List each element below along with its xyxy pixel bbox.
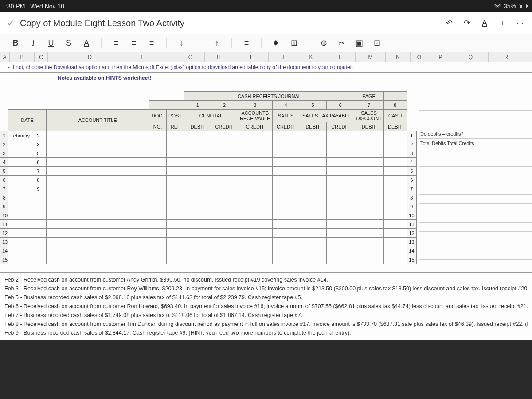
cell[interactable] xyxy=(272,193,299,202)
cell[interactable] xyxy=(47,211,149,220)
cell[interactable] xyxy=(354,167,383,176)
cell-day[interactable]: 7 xyxy=(35,167,47,176)
cell[interactable] xyxy=(47,193,149,202)
cell[interactable] xyxy=(47,158,149,167)
bold-button[interactable]: B xyxy=(11,39,20,48)
cell[interactable] xyxy=(47,167,149,176)
cell[interactable] xyxy=(211,176,238,184)
cell[interactable] xyxy=(272,238,299,246)
cell-day[interactable]: 8 xyxy=(35,176,47,184)
strike-button[interactable]: S xyxy=(64,39,74,48)
cell[interactable] xyxy=(299,202,327,211)
cell[interactable] xyxy=(167,176,184,184)
cell[interactable] xyxy=(238,220,272,229)
cell[interactable] xyxy=(149,149,167,158)
col-A[interactable]: A xyxy=(0,52,10,62)
cell[interactable] xyxy=(167,140,184,149)
cell[interactable] xyxy=(327,184,354,193)
cell[interactable] xyxy=(167,246,184,255)
cell[interactable] xyxy=(167,211,184,220)
cell-date[interactable] xyxy=(8,184,35,193)
cell[interactable] xyxy=(47,140,149,149)
cell[interactable] xyxy=(299,220,327,229)
cell-day[interactable] xyxy=(35,246,47,255)
cell[interactable] xyxy=(184,202,211,211)
table-row[interactable]: 99 xyxy=(0,202,417,211)
cell[interactable] xyxy=(47,149,149,158)
cell[interactable] xyxy=(383,176,407,184)
cell[interactable] xyxy=(184,211,211,220)
cell[interactable] xyxy=(383,211,407,220)
cell[interactable] xyxy=(327,246,354,255)
table-row[interactable]: 686 xyxy=(0,176,417,184)
cell[interactable] xyxy=(354,211,383,220)
cell[interactable] xyxy=(211,220,238,229)
cell-day[interactable] xyxy=(35,193,47,202)
wrap-button[interactable]: ≡ xyxy=(242,39,251,48)
cell[interactable] xyxy=(383,238,407,246)
underline-button[interactable]: U xyxy=(46,39,56,48)
column-headers[interactable]: A B C D E F G H I J K L M N O P Q R xyxy=(0,52,532,62)
cell[interactable] xyxy=(383,140,407,149)
cell[interactable] xyxy=(149,229,167,238)
cell-date[interactable] xyxy=(8,176,35,184)
cell[interactable] xyxy=(211,246,238,255)
cell[interactable] xyxy=(272,211,299,220)
cell[interactable] xyxy=(167,193,184,202)
cell[interactable] xyxy=(149,202,167,211)
table-row[interactable]: 575 xyxy=(0,167,417,176)
cell[interactable] xyxy=(299,149,327,158)
cell-day[interactable] xyxy=(35,229,47,238)
col-N[interactable]: N xyxy=(386,52,411,62)
cell[interactable] xyxy=(167,202,184,211)
cell[interactable] xyxy=(299,176,327,184)
cell[interactable] xyxy=(299,246,327,255)
cell[interactable] xyxy=(299,255,327,264)
cell[interactable] xyxy=(383,255,407,264)
cell[interactable] xyxy=(272,167,299,176)
cell[interactable] xyxy=(184,167,211,176)
cell[interactable] xyxy=(272,149,299,158)
cell[interactable] xyxy=(383,246,407,255)
italic-button[interactable]: I xyxy=(28,39,38,48)
cell[interactable] xyxy=(167,149,184,158)
col-F[interactable]: F xyxy=(154,52,176,62)
cell-day[interactable] xyxy=(35,255,47,264)
cell[interactable] xyxy=(383,202,407,211)
table-row[interactable]: 1212 xyxy=(0,229,417,238)
cell[interactable] xyxy=(238,131,272,140)
col-K[interactable]: K xyxy=(297,52,325,62)
cell[interactable] xyxy=(184,158,211,167)
table-row[interactable]: 88 xyxy=(0,193,417,202)
cell[interactable] xyxy=(238,193,272,202)
cell[interactable] xyxy=(167,131,184,140)
cell[interactable] xyxy=(149,246,167,255)
cell-date[interactable] xyxy=(8,229,35,238)
col-O[interactable]: O xyxy=(411,52,428,62)
cell[interactable] xyxy=(149,193,167,202)
cell[interactable] xyxy=(47,220,149,229)
table-row[interactable]: 1414 xyxy=(0,246,417,255)
table-row[interactable]: 232 xyxy=(0,140,417,149)
cell[interactable] xyxy=(354,193,383,202)
cell[interactable] xyxy=(354,255,383,264)
cell[interactable] xyxy=(299,140,327,149)
cell[interactable] xyxy=(383,193,407,202)
cell[interactable] xyxy=(149,167,167,176)
cell[interactable] xyxy=(238,149,272,158)
cell[interactable] xyxy=(354,149,383,158)
cell[interactable] xyxy=(149,220,167,229)
cell[interactable] xyxy=(238,202,272,211)
cell[interactable] xyxy=(211,211,238,220)
cell[interactable] xyxy=(238,211,272,220)
cell[interactable] xyxy=(211,140,238,149)
align-center-button[interactable]: ≡ xyxy=(129,39,139,48)
cell[interactable] xyxy=(167,220,184,229)
fill-button[interactable]: ⯁ xyxy=(271,39,281,48)
col-B[interactable]: B xyxy=(10,52,35,62)
col-E[interactable]: E xyxy=(132,52,154,62)
cell[interactable] xyxy=(327,167,354,176)
cell[interactable] xyxy=(184,229,211,238)
cell-date[interactable] xyxy=(8,158,35,167)
cell-day[interactable]: 9 xyxy=(35,184,47,193)
